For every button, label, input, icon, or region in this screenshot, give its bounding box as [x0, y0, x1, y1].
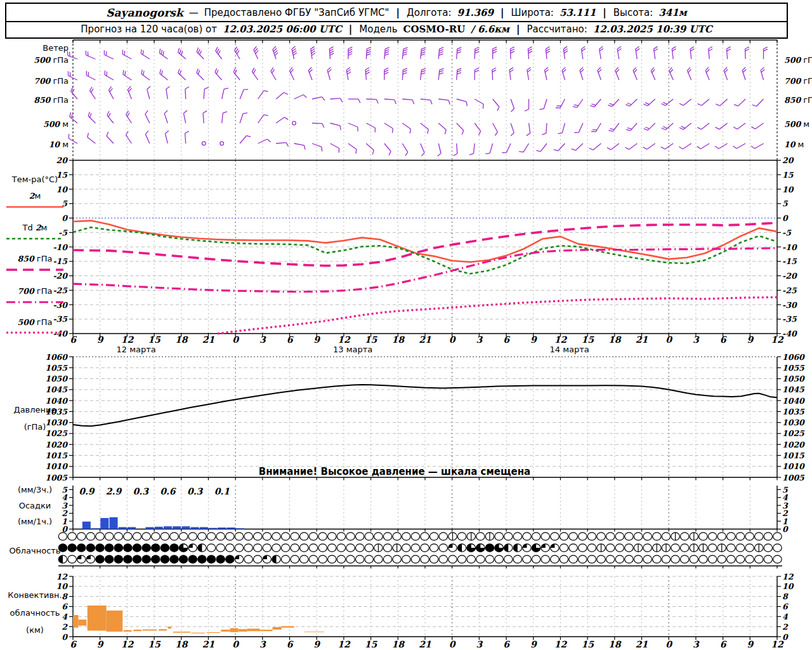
- cloud-symbol: [58, 533, 67, 540]
- hour-label: 3: [476, 335, 483, 345]
- wind-barb: [166, 86, 170, 99]
- pressure-axis-tick: 1020: [782, 440, 805, 449]
- wind-barb: [312, 123, 324, 128]
- cloud-symbol: [485, 555, 494, 563]
- cloud-symbol: [430, 533, 438, 540]
- wind-barb: [726, 47, 730, 59]
- cloud-symbol: [421, 555, 429, 563]
- cloud-symbol: [727, 533, 735, 540]
- wind-barb: [617, 46, 621, 59]
- cloud-symbol: [736, 555, 744, 563]
- calc-time: 12.03.2025 10:39 UTC: [593, 23, 712, 35]
- pressure-axis-tick: 1050: [45, 374, 68, 383]
- cloud-symbol: [615, 555, 624, 563]
- cloud-symbol: [58, 544, 67, 552]
- cloud-symbol: [235, 555, 243, 563]
- cloud-symbol: [495, 544, 503, 552]
- temp-axis-tick: -15: [53, 256, 68, 266]
- legend-label: 500 гПа: [18, 317, 53, 327]
- cloud-symbol: [449, 555, 457, 563]
- wind-barb: [679, 143, 691, 149]
- cloud-symbol: [597, 555, 605, 563]
- convective-bar: [133, 630, 141, 631]
- temp-axis-tick: -15: [782, 256, 797, 266]
- convective-bar: [238, 629, 247, 632]
- pressure-axis-tick: 1060: [45, 352, 68, 362]
- cloud-symbol: [699, 555, 707, 563]
- hour-label: 18: [175, 639, 188, 649]
- cloud-symbol: [152, 544, 160, 552]
- wind-barb: [276, 117, 288, 123]
- wind-barb: [475, 99, 483, 109]
- wind-barb: [697, 143, 709, 149]
- cloud-symbol: [523, 544, 531, 552]
- wind-barb: [764, 47, 768, 59]
- cloud-symbol: [467, 533, 475, 540]
- cloud-symbol: [254, 544, 262, 552]
- temp-panel-title: Тем-ра(°C): [11, 175, 58, 184]
- cloud-symbol: [532, 544, 540, 552]
- wind-barb: [527, 67, 531, 80]
- separator: |: [499, 7, 505, 18]
- cloud-symbol: [457, 533, 466, 540]
- cloud-symbol: [541, 533, 549, 540]
- hour-label: 21: [419, 639, 431, 649]
- cloud-symbol: [476, 544, 485, 552]
- hour-label: 6: [70, 639, 77, 649]
- wind-barb: [165, 131, 168, 143]
- precip-3h-sum: 0.6: [160, 486, 176, 496]
- wind-barb: [330, 123, 341, 130]
- wind-barb: [598, 67, 601, 80]
- wind-barb: [581, 46, 585, 59]
- wind-barb: [71, 87, 77, 99]
- convective-panel-title: (км): [26, 625, 44, 635]
- cloud-symbol: [727, 555, 735, 563]
- convective-panel-title: облачность: [10, 608, 60, 618]
- cloud-symbol: [77, 533, 86, 540]
- temp-axis-tick: 0: [782, 213, 789, 223]
- cloud-symbol: [513, 555, 521, 563]
- cloud-symbol: [216, 555, 225, 563]
- wind-barb: [698, 99, 710, 105]
- wind-barb: [88, 133, 96, 143]
- wind-barb: [651, 67, 655, 80]
- cloud-symbol: [551, 533, 559, 540]
- wind-barb: [366, 47, 370, 59]
- cloud-symbol: [467, 544, 475, 552]
- cloud-symbol: [402, 544, 410, 552]
- cloud-symbol: [690, 555, 698, 563]
- cloud-symbol: [216, 544, 225, 552]
- wind-barb: [643, 143, 655, 149]
- wind-barb: [454, 143, 457, 156]
- cloud-symbol: [560, 533, 568, 540]
- wind-barb: [311, 46, 315, 59]
- cloud-symbol: [272, 555, 280, 563]
- wind-barb: [554, 143, 565, 151]
- pressure-axis-tick: 1055: [45, 363, 68, 373]
- cloud-symbol: [625, 533, 633, 540]
- wind-barb: [752, 99, 764, 107]
- temp-axis-tick: -25: [53, 286, 68, 295]
- wind-barb: [216, 47, 222, 59]
- convective-bar: [167, 627, 171, 628]
- cloud-symbol: [365, 533, 373, 540]
- hour-label: 6: [287, 335, 294, 345]
- cloud-symbol: [179, 533, 187, 540]
- cloud-symbol: [160, 555, 169, 563]
- calc-label: Рассчитано:: [527, 23, 587, 35]
- pressure-axis-tick: 1035: [782, 407, 805, 416]
- cloud-symbol: [170, 533, 178, 540]
- wind-barb: [107, 132, 114, 143]
- cloud-symbol: [374, 533, 383, 540]
- convective-bar: [221, 630, 230, 632]
- cloud-symbol: [68, 533, 76, 540]
- wind-barb: [661, 143, 673, 149]
- cloud-symbol: [263, 544, 271, 552]
- cloud-symbol: [681, 533, 689, 540]
- hour-label: 6: [503, 335, 510, 345]
- wind-barb: [509, 67, 513, 80]
- wind-level-label: 500 гПа: [784, 55, 812, 65]
- wind-barb: [716, 99, 727, 106]
- hour-label: 9: [747, 639, 754, 649]
- hour-label: 12: [771, 639, 784, 649]
